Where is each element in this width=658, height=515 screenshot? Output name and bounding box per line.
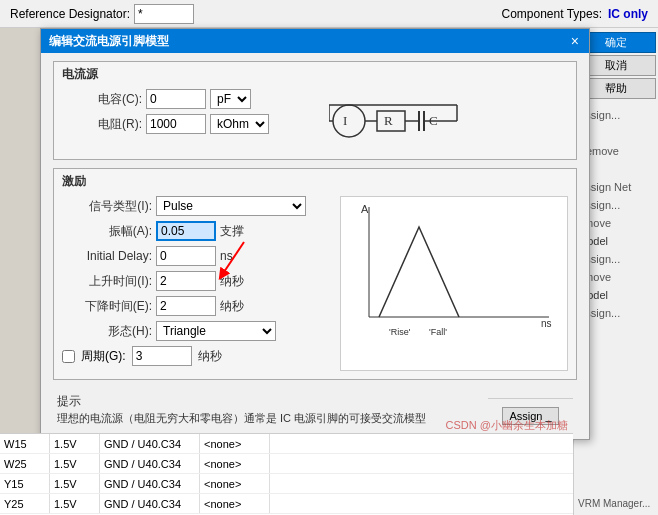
circuit-diagram: I R C [329, 93, 459, 151]
waveform-row: 形态(H): Triangle Sine Square [62, 321, 332, 341]
waveform-select[interactable]: Triangle Sine Square [156, 321, 276, 341]
table-row-1: W25 1.5V GND / U40.C34 <none> [0, 454, 573, 474]
resistance-input[interactable] [146, 114, 206, 134]
reference-input[interactable] [134, 4, 194, 24]
svg-text:A: A [361, 203, 369, 215]
cell-1-5v-3: 1.5V [50, 494, 100, 513]
periodic-unit: 纳秒 [198, 348, 222, 365]
initial-delay-unit: ns [220, 249, 233, 263]
main-dialog: 编辑交流电源引脚模型 × 电流源 电容(C): pF 电阻(R): [40, 28, 590, 440]
svg-text:C: C [429, 113, 438, 128]
waveform-label: 形态(H): [62, 323, 152, 340]
table-row-2: Y15 1.5V GND / U40.C34 <none> [0, 474, 573, 494]
initial-delay-row: Initial Delay: ns [62, 246, 332, 266]
cell-gnd-3: GND / U40.C34 [100, 494, 200, 513]
resistance-label: 电阻(R): [62, 116, 142, 133]
periodic-checkbox[interactable] [62, 350, 75, 363]
chart-svg: A ns 'Rise' 'Fall' [341, 197, 567, 347]
rise-time-unit: 纳秒 [220, 273, 244, 290]
dialog-body: 电流源 电容(C): pF 电阻(R): kOhm [41, 53, 589, 439]
signal-type-row: 信号类型(I): Pulse Sine Triangle [62, 196, 332, 216]
svg-text:I: I [343, 113, 347, 128]
periodic-label: 周期(G): [81, 348, 126, 365]
power-source-title: 电流源 [62, 66, 568, 83]
assign-button-container: Assign _ [488, 398, 573, 433]
amplitude-row: 振幅(A): 支撑 [62, 221, 332, 241]
power-source-form: 电容(C): pF 电阻(R): kOhm [62, 89, 269, 139]
component-types-label: Component Types: [501, 7, 602, 21]
power-source-section: 电流源 电容(C): pF 电阻(R): kOhm [53, 61, 577, 160]
initial-delay-label: Initial Delay: [62, 249, 152, 263]
resistance-row: 电阻(R): kOhm [62, 114, 269, 134]
stimulus-chart: A ns 'Rise' 'Fall' [340, 196, 568, 371]
rise-time-label: 上升时间(I): [62, 273, 152, 290]
table-row-3: Y25 1.5V GND / U40.C34 <none> [0, 494, 573, 514]
stimulus-section: 激励 信号类型(I): Pulse Sine Triangle 振幅(A [53, 168, 577, 380]
bottom-table: W15 1.5V GND / U40.C34 <none> W25 1.5V G… [0, 433, 573, 515]
dialog-titlebar: 编辑交流电源引脚模型 × [41, 29, 589, 53]
resistance-unit-select[interactable]: kOhm [210, 114, 269, 134]
capacitance-label: 电容(C): [62, 91, 142, 108]
stimulus-layout: 信号类型(I): Pulse Sine Triangle 振幅(A): 支撑 [62, 196, 568, 371]
assign-button[interactable]: Assign _ [502, 407, 558, 425]
svg-text:'Fall': 'Fall' [429, 327, 447, 337]
stimulus-form: 信号类型(I): Pulse Sine Triangle 振幅(A): 支撑 [62, 196, 332, 371]
rise-time-input[interactable] [156, 271, 216, 291]
cell-y15: Y15 [0, 474, 50, 493]
cell-gnd-2: GND / U40.C34 [100, 474, 200, 493]
cell-none-3: <none> [200, 494, 270, 513]
dialog-title: 编辑交流电源引脚模型 [49, 33, 169, 50]
capacitance-row: 电容(C): pF [62, 89, 269, 109]
periodic-input[interactable] [132, 346, 192, 366]
cell-none-1: <none> [200, 454, 270, 473]
periodic-row: 周期(G): 纳秒 [62, 346, 332, 366]
cell-1-5v-2: 1.5V [50, 474, 100, 493]
svg-text:'Rise': 'Rise' [389, 327, 411, 337]
cell-none-2: <none> [200, 474, 270, 493]
svg-text:R: R [384, 113, 393, 128]
signal-type-label: 信号类型(I): [62, 198, 152, 215]
signal-type-select[interactable]: Pulse Sine Triangle [156, 196, 306, 216]
capacitance-input[interactable] [146, 89, 206, 109]
circuit-svg: I R C [329, 93, 459, 148]
fall-time-label: 下降时间(E): [62, 298, 152, 315]
svg-text:ns: ns [541, 318, 552, 329]
cell-w15: W15 [0, 434, 50, 453]
cell-1-5v-1: 1.5V [50, 454, 100, 473]
stimulus-title: 激励 [62, 173, 568, 190]
reference-label: Reference Designator: [10, 7, 130, 21]
capacitance-unit-select[interactable]: pF [210, 89, 251, 109]
fall-time-row: 下降时间(E): 纳秒 [62, 296, 332, 316]
cell-y25: Y25 [0, 494, 50, 513]
fall-time-input[interactable] [156, 296, 216, 316]
amplitude-label: 振幅(A): [62, 223, 152, 240]
cell-1-5v-0: 1.5V [50, 434, 100, 453]
svg-point-0 [333, 105, 365, 137]
component-types-value: IC only [608, 7, 648, 21]
amplitude-unit: 支撑 [220, 223, 244, 240]
hint-text: 理想的电流源（电阻无穷大和零电容）通常是 IC 电源引脚的可接受交流模型 [57, 412, 426, 424]
sidebar-vrm-manager[interactable]: VRM Manager... [576, 496, 656, 511]
cell-none-0: <none> [200, 434, 270, 453]
cell-gnd-1: GND / U40.C34 [100, 454, 200, 473]
hint-title: 提示 [57, 394, 81, 408]
cell-w25: W25 [0, 454, 50, 473]
amplitude-input[interactable] [156, 221, 216, 241]
fall-time-unit: 纳秒 [220, 298, 244, 315]
top-bar: Reference Designator: Component Types: I… [0, 0, 658, 28]
initial-delay-input[interactable] [156, 246, 216, 266]
table-row-0: W15 1.5V GND / U40.C34 <none> [0, 434, 573, 454]
dialog-close-button[interactable]: × [569, 34, 581, 48]
rise-time-row: 上升时间(I): 纳秒 [62, 271, 332, 291]
cell-gnd-0: GND / U40.C34 [100, 434, 200, 453]
